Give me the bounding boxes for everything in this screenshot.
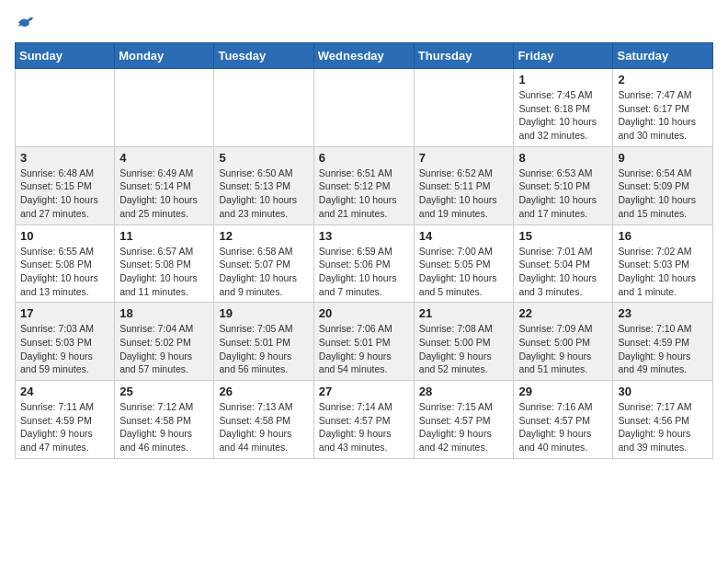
- calendar-week-row: 17Sunrise: 7:03 AM Sunset: 5:03 PM Dayli…: [16, 303, 713, 381]
- day-number: 5: [219, 151, 308, 165]
- day-number: 14: [419, 229, 509, 243]
- day-info: Sunrise: 7:10 AM Sunset: 4:59 PM Dayligh…: [618, 322, 708, 376]
- calendar-cell: 3Sunrise: 6:48 AM Sunset: 5:15 PM Daylig…: [16, 146, 115, 224]
- calendar-cell: 4Sunrise: 6:49 AM Sunset: 5:14 PM Daylig…: [115, 146, 214, 224]
- calendar-week-row: 24Sunrise: 7:11 AM Sunset: 4:59 PM Dayli…: [16, 381, 713, 459]
- day-info: Sunrise: 7:03 AM Sunset: 5:03 PM Dayligh…: [20, 322, 109, 376]
- day-number: 9: [618, 151, 708, 165]
- calendar-week-row: 3Sunrise: 6:48 AM Sunset: 5:15 PM Daylig…: [16, 146, 713, 224]
- day-number: 7: [419, 151, 509, 165]
- day-info: Sunrise: 6:51 AM Sunset: 5:12 PM Dayligh…: [319, 167, 409, 221]
- calendar-day-header: Sunday: [16, 43, 115, 69]
- page-header: [15, 15, 713, 31]
- calendar-cell: 12Sunrise: 6:58 AM Sunset: 5:07 PM Dayli…: [214, 224, 313, 303]
- calendar-header-row: SundayMondayTuesdayWednesdayThursdayFrid…: [16, 43, 713, 69]
- day-number: 21: [419, 306, 509, 320]
- calendar-cell: 15Sunrise: 7:01 AM Sunset: 5:04 PM Dayli…: [514, 224, 613, 303]
- calendar-cell: 29Sunrise: 7:16 AM Sunset: 4:57 PM Dayli…: [514, 381, 613, 459]
- day-number: 20: [319, 306, 409, 320]
- calendar-cell: 27Sunrise: 7:14 AM Sunset: 4:57 PM Dayli…: [313, 381, 414, 459]
- calendar-cell: 10Sunrise: 6:55 AM Sunset: 5:08 PM Dayli…: [16, 224, 115, 303]
- day-info: Sunrise: 7:45 AM Sunset: 6:18 PM Dayligh…: [518, 88, 608, 143]
- calendar-cell: 5Sunrise: 6:50 AM Sunset: 5:13 PM Daylig…: [214, 146, 313, 224]
- calendar-cell: 23Sunrise: 7:10 AM Sunset: 4:59 PM Dayli…: [613, 303, 713, 381]
- logo: [15, 15, 35, 31]
- day-number: 24: [20, 385, 109, 398]
- day-number: 17: [20, 306, 109, 320]
- day-number: 18: [119, 306, 209, 320]
- day-info: Sunrise: 7:11 AM Sunset: 4:59 PM Dayligh…: [20, 400, 109, 454]
- calendar-cell: [16, 69, 115, 147]
- calendar-cell: 16Sunrise: 7:02 AM Sunset: 5:03 PM Dayli…: [613, 224, 713, 303]
- day-info: Sunrise: 7:12 AM Sunset: 4:58 PM Dayligh…: [119, 400, 209, 454]
- day-info: Sunrise: 7:01 AM Sunset: 5:04 PM Dayligh…: [518, 245, 608, 299]
- calendar-cell: 1Sunrise: 7:45 AM Sunset: 6:18 PM Daylig…: [514, 69, 613, 147]
- calendar-day-header: Thursday: [414, 43, 514, 69]
- day-number: 28: [419, 385, 509, 398]
- day-info: Sunrise: 6:58 AM Sunset: 5:07 PM Dayligh…: [219, 245, 308, 299]
- day-number: 4: [119, 151, 209, 165]
- calendar-week-row: 1Sunrise: 7:45 AM Sunset: 6:18 PM Daylig…: [16, 69, 713, 147]
- day-info: Sunrise: 6:50 AM Sunset: 5:13 PM Dayligh…: [219, 167, 308, 221]
- day-info: Sunrise: 6:59 AM Sunset: 5:06 PM Dayligh…: [319, 245, 409, 299]
- day-info: Sunrise: 6:48 AM Sunset: 5:15 PM Dayligh…: [20, 167, 109, 221]
- day-number: 26: [219, 385, 308, 398]
- calendar-cell: 9Sunrise: 6:54 AM Sunset: 5:09 PM Daylig…: [613, 146, 713, 224]
- calendar-cell: 6Sunrise: 6:51 AM Sunset: 5:12 PM Daylig…: [313, 146, 414, 224]
- calendar-day-header: Friday: [514, 43, 613, 69]
- calendar-cell: [214, 69, 313, 147]
- calendar-cell: 20Sunrise: 7:06 AM Sunset: 5:01 PM Dayli…: [313, 303, 414, 381]
- day-number: 25: [119, 385, 209, 398]
- calendar-cell: [313, 69, 414, 147]
- calendar-cell: 25Sunrise: 7:12 AM Sunset: 4:58 PM Dayli…: [115, 381, 214, 459]
- day-number: 13: [319, 229, 409, 243]
- day-info: Sunrise: 7:16 AM Sunset: 4:57 PM Dayligh…: [518, 400, 608, 454]
- day-number: 30: [618, 385, 708, 398]
- day-info: Sunrise: 7:00 AM Sunset: 5:05 PM Dayligh…: [419, 245, 509, 299]
- day-number: 10: [20, 229, 109, 243]
- day-info: Sunrise: 7:06 AM Sunset: 5:01 PM Dayligh…: [319, 322, 409, 376]
- day-info: Sunrise: 6:49 AM Sunset: 5:14 PM Dayligh…: [119, 167, 209, 221]
- day-info: Sunrise: 7:04 AM Sunset: 5:02 PM Dayligh…: [119, 322, 209, 376]
- day-info: Sunrise: 7:05 AM Sunset: 5:01 PM Dayligh…: [219, 322, 308, 376]
- calendar-cell: 26Sunrise: 7:13 AM Sunset: 4:58 PM Dayli…: [214, 381, 313, 459]
- calendar-cell: 24Sunrise: 7:11 AM Sunset: 4:59 PM Dayli…: [16, 381, 115, 459]
- calendar-cell: 18Sunrise: 7:04 AM Sunset: 5:02 PM Dayli…: [115, 303, 214, 381]
- day-info: Sunrise: 7:47 AM Sunset: 6:17 PM Dayligh…: [618, 88, 708, 143]
- day-info: Sunrise: 7:15 AM Sunset: 4:57 PM Dayligh…: [419, 400, 509, 454]
- calendar-cell: 13Sunrise: 6:59 AM Sunset: 5:06 PM Dayli…: [313, 224, 414, 303]
- day-info: Sunrise: 6:57 AM Sunset: 5:08 PM Dayligh…: [119, 245, 209, 299]
- day-number: 22: [518, 306, 608, 320]
- logo-bird-icon: [17, 15, 35, 31]
- day-info: Sunrise: 7:02 AM Sunset: 5:03 PM Dayligh…: [618, 245, 708, 299]
- day-info: Sunrise: 6:55 AM Sunset: 5:08 PM Dayligh…: [20, 245, 109, 299]
- day-number: 15: [518, 229, 608, 243]
- calendar-table: SundayMondayTuesdayWednesdayThursdayFrid…: [15, 42, 713, 459]
- calendar-week-row: 10Sunrise: 6:55 AM Sunset: 5:08 PM Dayli…: [16, 224, 713, 303]
- calendar-cell: 19Sunrise: 7:05 AM Sunset: 5:01 PM Dayli…: [214, 303, 313, 381]
- calendar-day-header: Wednesday: [313, 43, 414, 69]
- calendar-cell: 11Sunrise: 6:57 AM Sunset: 5:08 PM Dayli…: [115, 224, 214, 303]
- calendar-cell: [115, 69, 214, 147]
- day-number: 12: [219, 229, 308, 243]
- day-number: 19: [219, 306, 308, 320]
- day-info: Sunrise: 7:09 AM Sunset: 5:00 PM Dayligh…: [518, 322, 608, 376]
- day-info: Sunrise: 6:54 AM Sunset: 5:09 PM Dayligh…: [618, 167, 708, 221]
- calendar-cell: 30Sunrise: 7:17 AM Sunset: 4:56 PM Dayli…: [613, 381, 713, 459]
- calendar-day-header: Monday: [115, 43, 214, 69]
- calendar-cell: 17Sunrise: 7:03 AM Sunset: 5:03 PM Dayli…: [16, 303, 115, 381]
- day-info: Sunrise: 7:13 AM Sunset: 4:58 PM Dayligh…: [219, 400, 308, 454]
- calendar-cell: [414, 69, 514, 147]
- day-info: Sunrise: 7:17 AM Sunset: 4:56 PM Dayligh…: [618, 400, 708, 454]
- calendar-cell: 22Sunrise: 7:09 AM Sunset: 5:00 PM Dayli…: [514, 303, 613, 381]
- calendar-day-header: Saturday: [613, 43, 713, 69]
- calendar-cell: 2Sunrise: 7:47 AM Sunset: 6:17 PM Daylig…: [613, 69, 713, 147]
- day-number: 23: [618, 306, 708, 320]
- day-info: Sunrise: 7:14 AM Sunset: 4:57 PM Dayligh…: [319, 400, 409, 454]
- day-info: Sunrise: 6:53 AM Sunset: 5:10 PM Dayligh…: [518, 167, 608, 221]
- day-number: 11: [119, 229, 209, 243]
- day-number: 27: [319, 385, 409, 398]
- day-info: Sunrise: 7:08 AM Sunset: 5:00 PM Dayligh…: [419, 322, 509, 376]
- calendar-day-header: Tuesday: [214, 43, 313, 69]
- day-number: 29: [518, 385, 608, 398]
